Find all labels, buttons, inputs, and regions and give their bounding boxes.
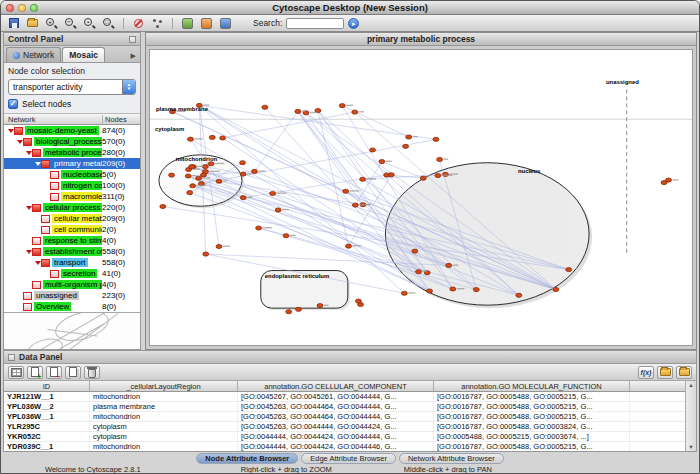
network-canvas[interactable]: plasma membranecytoplasmmitochondrionnuc… — [149, 49, 693, 346]
tree-row-mosaic-demo-yeast[interactable]: mosaic-demo-yeast874(0) — [4, 125, 140, 136]
zoom-window-button[interactable] — [30, 4, 38, 12]
network-node[interactable] — [352, 203, 358, 207]
network-node[interactable] — [275, 208, 281, 212]
tree-row-primary-metabo[interactable]: primary metabo...209(0) — [4, 158, 140, 169]
network-node[interactable] — [216, 244, 222, 248]
network-node[interactable] — [416, 270, 422, 274]
select-nodes-checkbox[interactable]: ✓ — [8, 99, 18, 109]
network-node[interactable] — [296, 307, 302, 311]
network-node[interactable] — [283, 234, 289, 238]
zoom-in-button[interactable]: + — [44, 16, 59, 30]
network-overview-thumbnail[interactable] — [4, 312, 140, 349]
network-node[interactable] — [435, 173, 441, 177]
table-row-ydr039c__1[interactable]: YDR039C__1mitochondrion[GO:0044444, GO:0… — [4, 442, 696, 451]
formula-builder-button[interactable]: f(x) — [638, 366, 654, 379]
tree-row-multi-organism-pro[interactable]: multi-organism pro...4(0) — [4, 279, 140, 290]
select-attributes-button[interactable] — [8, 366, 24, 379]
tree-expander-icon[interactable] — [25, 151, 32, 155]
network-view-title[interactable]: primary metabolic process — [146, 33, 696, 46]
network-node[interactable] — [355, 299, 361, 303]
minimize-window-button[interactable] — [18, 4, 26, 12]
network-node[interactable] — [256, 226, 262, 230]
network-node[interactable] — [352, 110, 358, 114]
import-network-button[interactable] — [180, 16, 195, 30]
network-column-header[interactable]: Network — [4, 115, 103, 124]
save-session-button[interactable] — [6, 16, 21, 30]
network-node[interactable] — [516, 293, 522, 297]
column-header-2[interactable]: annotation.GO CELLULAR_COMPONENT — [238, 381, 434, 391]
dropdown-arrows-icon[interactable]: ▲▼ — [122, 80, 135, 94]
network-node[interactable] — [370, 148, 376, 152]
network-node[interactable] — [346, 244, 352, 248]
network-node[interactable] — [240, 161, 246, 165]
network-node[interactable] — [270, 191, 276, 195]
tree-expander-icon[interactable] — [34, 162, 41, 166]
table-row-ylr295c[interactable]: YLR295Ccytoplasm[GO:0045263, GO:0044444,… — [4, 422, 696, 432]
column-header-3[interactable]: annotation.GO MOLECULAR_FUNCTION — [434, 381, 630, 391]
network-node[interactable] — [473, 288, 479, 292]
network-node[interactable] — [240, 172, 246, 176]
network-node[interactable] — [286, 310, 292, 314]
network-node[interactable] — [200, 173, 206, 177]
network-node[interactable] — [190, 184, 196, 188]
tree-row-overview[interactable]: Overview8(0) — [4, 301, 140, 312]
tab-network-attribute-browser[interactable]: Network Attribute Browser — [399, 453, 504, 464]
network-node[interactable] — [188, 137, 194, 141]
tree-row-metabolic-process[interactable]: metabolic process280(0) — [4, 147, 140, 158]
tree-expander-icon[interactable] — [25, 250, 32, 254]
network-node[interactable] — [343, 189, 349, 193]
open-session-button[interactable] — [25, 16, 40, 30]
network-node[interactable] — [401, 291, 407, 295]
destroy-network-button[interactable] — [131, 16, 146, 30]
network-node[interactable] — [450, 287, 456, 291]
scroll-down-icon[interactable]: ▼ — [688, 444, 693, 450]
float-panel-button[interactable] — [129, 36, 136, 43]
tree-expander-icon[interactable] — [7, 129, 14, 133]
search-go-button[interactable]: ▸ — [348, 18, 359, 29]
tree-row-response-to-stimul[interactable]: response to stimul...4(0) — [4, 235, 140, 246]
zoom-out-button[interactable]: − — [63, 16, 78, 30]
network-node[interactable] — [339, 104, 345, 108]
network-node[interactable] — [220, 136, 226, 140]
network-node[interactable] — [169, 173, 175, 177]
tree-row-biological-process[interactable]: biological_process570(0) — [4, 136, 140, 147]
network-node[interactable] — [403, 144, 409, 148]
tab-node-attribute-browser[interactable]: Node Attribute Browser — [196, 453, 298, 464]
delete-attribute-button[interactable] — [46, 366, 62, 379]
network-node[interactable] — [420, 176, 426, 180]
tree-row-cell-communica[interactable]: cell communica...2(0) — [4, 224, 140, 235]
tab-overflow-button[interactable]: ▶ — [131, 52, 138, 62]
network-node[interactable] — [666, 178, 672, 182]
network-node[interactable] — [240, 196, 246, 200]
network-node[interactable] — [388, 173, 394, 177]
network-node[interactable] — [209, 135, 215, 139]
vizmapper-button[interactable] — [218, 16, 233, 30]
network-node[interactable] — [185, 174, 191, 178]
close-window-button[interactable] — [6, 4, 14, 12]
tree-expander-icon[interactable] — [34, 261, 41, 265]
tree-row-unassigned[interactable]: unassigned223(0) — [4, 290, 140, 301]
nodes-column-header[interactable]: Nodes — [103, 115, 140, 124]
table-scrollbar[interactable]: ▲ ▼ — [685, 381, 696, 451]
network-node[interactable] — [433, 137, 439, 141]
tree-row-macromolecule[interactable]: macromolecule...311(0) — [4, 191, 140, 202]
network-node[interactable] — [203, 252, 209, 256]
network-node[interactable] — [187, 191, 193, 195]
import-attributes-button[interactable] — [657, 366, 673, 379]
network-node[interactable] — [566, 267, 572, 271]
network-node[interactable] — [216, 179, 222, 183]
tree-row-nucleobase[interactable]: nucleobase...5(0) — [4, 169, 140, 180]
tree-expander-icon[interactable] — [16, 140, 23, 144]
network-node[interactable] — [379, 160, 385, 164]
color-attribute-dropdown[interactable]: transporter activity ▲▼ — [8, 79, 136, 95]
network-node[interactable] — [208, 162, 214, 166]
network-overview-button[interactable] — [150, 16, 165, 30]
column-header-id[interactable]: ID — [4, 381, 90, 391]
scroll-up-icon[interactable]: ▲ — [688, 382, 693, 388]
network-node[interactable] — [189, 165, 195, 169]
export-attributes-button[interactable] — [676, 366, 692, 379]
network-node[interactable] — [317, 304, 323, 308]
network-node[interactable] — [196, 176, 202, 180]
table-row-yjr121w__1[interactable]: YJR121W__1mitochondrion[GO:0045267, GO:0… — [4, 392, 696, 402]
zoom-selected-button[interactable]: ▪ — [82, 16, 97, 30]
